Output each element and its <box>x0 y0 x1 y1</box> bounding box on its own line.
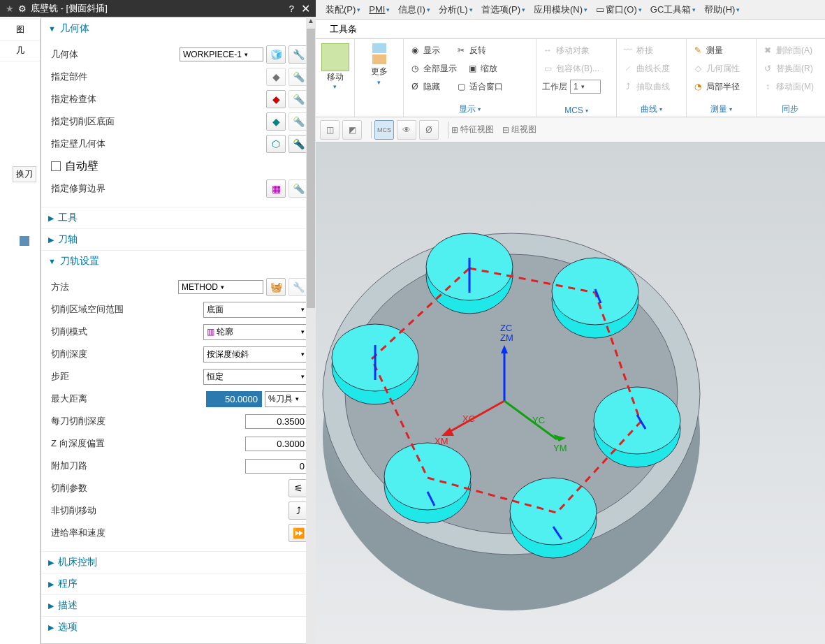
cmd-measure[interactable]: 测量 <box>706 45 723 57</box>
eye-show-icon: ◉ <box>409 45 421 56</box>
cutparam-button[interactable]: ⚟ <box>289 479 308 497</box>
moveface-icon: ↕ <box>762 81 773 92</box>
menu-pmi[interactable]: PMI▾ <box>365 4 394 15</box>
wall-select-button[interactable]: ⬡ <box>266 135 286 153</box>
feature-view-icon: ⊞ <box>451 125 458 135</box>
menu-preferences[interactable]: 首选项(P)▾ <box>477 3 530 16</box>
menu-analysis[interactable]: 分析(L)▾ <box>435 3 477 16</box>
geometry-new-button[interactable]: 🧊 <box>266 45 286 64</box>
feeds-button[interactable]: ⏩ <box>289 524 308 542</box>
cmd-zoom[interactable]: 缩放 <box>481 63 497 75</box>
cmd-fit[interactable]: 适合窗口 <box>469 81 503 93</box>
move-icon[interactable] <box>321 43 349 71</box>
menu-window[interactable]: ▭窗口(O)▾ <box>592 3 646 16</box>
operation-icon[interactable] <box>20 236 29 246</box>
menu-help[interactable]: 帮助(H)▾ <box>700 3 744 16</box>
rainbow-icon[interactable] <box>372 54 386 64</box>
ribbon-tabs: 工具条 <box>316 20 825 39</box>
part-select-button[interactable]: ◆ <box>266 68 286 86</box>
cmd-showall[interactable]: 全部显示 <box>423 63 457 75</box>
depthpercut-input[interactable]: 0.3500 <box>245 414 308 429</box>
section-machine-header[interactable]: ▶机床控制 <box>41 551 315 573</box>
star-icon[interactable]: ★ <box>6 3 14 14</box>
cutparam-label: 切削参数 <box>51 482 289 495</box>
group-view-label[interactable]: 组视图 <box>511 124 536 136</box>
group-measure-caption: 测量 <box>710 103 727 115</box>
left-tab-geom[interactable]: 几 <box>0 41 40 61</box>
wall-display-button[interactable]: 🔦 <box>289 135 308 153</box>
feature-view-label[interactable]: 特征视图 <box>460 124 494 136</box>
view-mcs-icon[interactable]: MCS <box>374 120 394 140</box>
menu-info[interactable]: 信息(I)▾ <box>394 3 434 16</box>
method-edit-button[interactable]: 🔧 <box>289 278 308 296</box>
worklayer-combo[interactable]: 1▾ <box>570 80 601 94</box>
cutdepth-combo[interactable]: 按深度倾斜▾ <box>203 346 308 363</box>
help-button[interactable]: ? <box>289 3 294 14</box>
autowall-label: 自动壁 <box>65 159 98 174</box>
layer-icon[interactable] <box>372 43 386 53</box>
group-curve-caption: 曲线 <box>641 103 657 115</box>
check-select-button[interactable]: ◆ <box>266 90 286 108</box>
cmd-show[interactable]: 显示 <box>423 45 440 57</box>
section-path-header[interactable]: ▼刀轨设置 <box>41 250 315 272</box>
left-tab-view[interactable]: 图 <box>0 20 40 41</box>
view-iconbar: ◫ ◩ MCS 👁 Ø ⊞特征视图 ⊟组视图 <box>316 117 825 142</box>
addpath-input[interactable]: 0 <box>245 459 308 474</box>
check-display-button[interactable]: 🔦 <box>289 90 308 108</box>
close-button[interactable]: ✕ <box>301 2 310 15</box>
maxdist-unit-combo[interactable]: %刀具▾ <box>265 391 308 407</box>
section-geometry-header[interactable]: ▼几何体 <box>41 17 315 39</box>
section-program-header[interactable]: ▶程序 <box>41 573 315 594</box>
cutarea-select-button[interactable]: ◆ <box>266 112 286 131</box>
replface-icon: ↺ <box>762 63 773 74</box>
geometry-edit-button[interactable]: 🔧 <box>289 45 308 64</box>
zoffset-input[interactable]: 0.3000 <box>245 437 308 451</box>
view-shade-icon[interactable]: ◩ <box>342 120 362 140</box>
toolbar-tab[interactable]: 工具条 <box>330 23 357 36</box>
addpath-label: 附加刀路 <box>51 460 245 472</box>
gear-icon[interactable]: ⚙ <box>18 3 27 14</box>
cmd-hide[interactable]: 隐藏 <box>423 81 440 93</box>
geometry-combo[interactable]: WORKPIECE-1▾ <box>180 47 263 61</box>
menu-assembly[interactable]: 装配(P)▾ <box>321 3 365 16</box>
trim-display-button[interactable]: 🔦 <box>289 180 308 198</box>
autowall-checkbox[interactable] <box>51 161 61 171</box>
menu-application[interactable]: 应用模块(N)▾ <box>530 3 592 16</box>
cmd-moveface: 移动面(M) <box>776 81 814 93</box>
method-new-button[interactable]: 🧺 <box>266 278 286 296</box>
maxdist-label: 最大距离 <box>51 393 206 405</box>
3d-viewport[interactable]: ZM ZC XC XM YC YM <box>316 142 825 644</box>
axis-zm: ZM <box>500 332 513 343</box>
dialog-scrollbar[interactable]: ▲ <box>306 17 316 644</box>
step-label: 步距 <box>51 370 203 383</box>
dialog-titlebar: ★ ⚙ 底壁铣 - [侧面斜插] ? ✕ <box>0 0 316 17</box>
view-eye2-icon[interactable]: Ø <box>419 120 439 140</box>
more-label[interactable]: 更多 <box>371 66 388 78</box>
section-desc-header[interactable]: ▶描述 <box>41 594 315 616</box>
step-combo[interactable]: 恒定▾ <box>203 369 308 385</box>
swap-tool-tab[interactable]: 换刀 <box>13 166 36 182</box>
cmd-curvelen: 曲线长度 <box>636 63 670 75</box>
noncut-button[interactable]: ⤴ <box>289 502 308 520</box>
group-view-icon: ⊟ <box>502 125 509 135</box>
zoom-icon: ▣ <box>467 63 478 74</box>
group-more: 更多 ▾ <box>355 39 404 117</box>
cutmode-combo[interactable]: ▥ 轮廓▾ <box>203 324 308 340</box>
trim-select-button[interactable]: ▦ <box>266 180 286 198</box>
cutregion-combo[interactable]: 底面▾ <box>203 302 308 318</box>
menu-gctoolbox[interactable]: GC工具箱▾ <box>646 3 701 16</box>
section-axis-header[interactable]: ▶刀轴 <box>41 228 315 250</box>
section-tool-header[interactable]: ▶工具 <box>41 207 315 228</box>
cutarea-display-button[interactable]: 🔦 <box>289 112 308 131</box>
section-options-header[interactable]: ▶选项 <box>41 616 315 638</box>
view-eye-icon[interactable]: 👁 <box>397 120 416 140</box>
cmd-reverse[interactable]: 反转 <box>469 45 486 57</box>
maxdist-input[interactable]: 50.0000 <box>206 391 262 407</box>
part-display-button[interactable]: 🔦 <box>289 68 308 86</box>
view-wire-icon[interactable]: ◫ <box>320 120 340 140</box>
radius-icon: ◔ <box>692 81 703 92</box>
cmd-geomprop: 几何属性 <box>706 63 740 75</box>
cmd-radius[interactable]: 局部半径 <box>706 81 740 93</box>
method-combo[interactable]: METHOD▾ <box>178 280 263 294</box>
dialog-title: 底壁铣 - [侧面斜插] <box>31 2 289 15</box>
